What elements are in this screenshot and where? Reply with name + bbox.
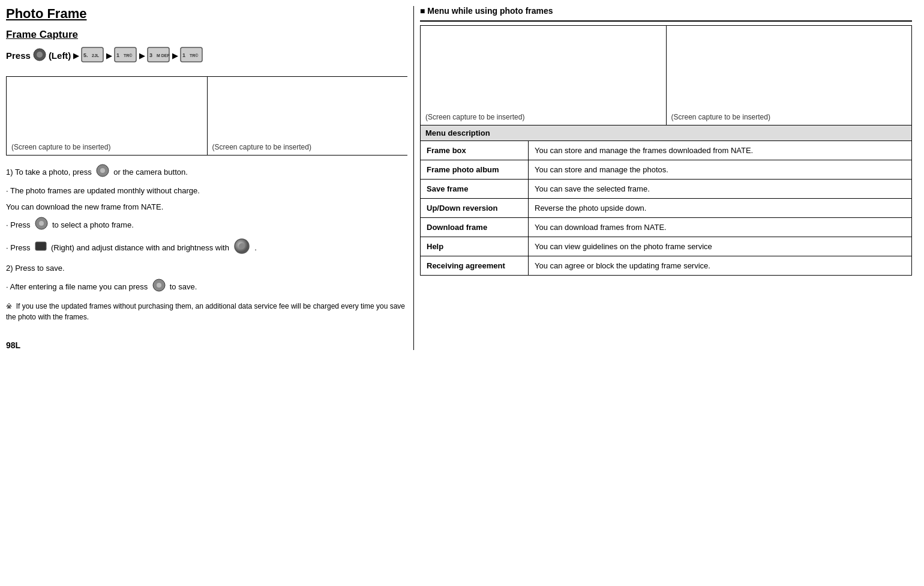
svg-text:M DEF: M DEF [157,53,170,58]
page-number: 98L [6,340,407,350]
table-row: Receiving agreement You can agree or blo… [421,256,912,276]
menu-description-header: Menu description [421,125,912,141]
menu-table-header: Menu description [421,125,912,141]
svg-text:3: 3 [149,52,152,58]
svg-point-15 [100,168,105,173]
left-label: (Left) [49,50,71,61]
page-title: Photo Frame [6,6,407,22]
device-btn-4: 1 TR© [180,47,203,64]
menu-item-desc-0: You can store and manage the frames down… [529,141,912,160]
left-screen-row: (Screen capture to be inserted) (Screen … [6,76,407,156]
instruction-2b: You can download the new frame from NATE… [6,201,407,214]
left-screen-2: (Screen capture to be inserted) [208,77,408,155]
menu-item-desc-2: You can save the selected frame. [529,180,912,199]
select-circle-btn [35,217,48,234]
svg-point-17 [39,221,44,226]
svg-rect-18 [35,242,46,250]
svg-text:1: 1 [116,52,119,58]
menu-item-name-3: Up/Down reversion [421,199,529,218]
right-screen-1: (Screen capture to be inserted) [421,26,667,125]
svg-point-1 [37,52,43,58]
device-btn-2: 1 TR© [114,47,137,64]
table-row: Help You can view guidelines on the phot… [421,237,912,256]
svg-text:1: 1 [182,52,185,58]
arrow-right-1: ▶ [73,52,79,60]
menu-table: Menu description Frame box You can store… [420,125,912,276]
menu-item-desc-4: You can download frames from NATE. [529,218,912,237]
svg-point-22 [157,283,161,288]
menu-item-name-4: Download frame [421,218,529,237]
menu-item-desc-1: You can store and manage the photos. [529,160,912,180]
device-btn-3: 3 M DEF [147,47,170,64]
circle-button-icon [33,48,46,63]
instruction-1: 1) To take a photo, press or the camera … [6,164,407,181]
left-column: Photo Frame Frame Capture Press (Left) ▶… [6,6,414,350]
camera-circle-btn [96,164,109,181]
svg-text:5.: 5. [83,52,88,58]
left-screen-1: (Screen capture to be inserted) [7,77,208,155]
table-row: Frame photo album You can store and mana… [421,160,912,180]
right-screen-row: (Screen capture to be inserted) (Screen … [420,25,912,125]
table-row: Save frame You can save the selected fra… [421,180,912,199]
nav-large-btn [233,238,250,259]
menu-item-desc-5: You can view guidelines on the photo fra… [529,237,912,256]
frame-capture-title: Frame Capture [6,29,407,41]
table-row: Frame box You can store and manage the f… [421,141,912,160]
rect-right-btn [35,241,47,255]
instruction-3: · Press to select a photo frame. [6,217,407,234]
top-divider [420,20,912,22]
menu-item-name-5: Help [421,237,529,256]
menu-item-name-0: Frame box [421,141,529,160]
menu-item-name-2: Save frame [421,180,529,199]
right-screen-2: (Screen capture to be inserted) [667,26,912,125]
menu-item-desc-6: You can agree or block the updating fram… [529,256,912,276]
press-instruction-line: Press (Left) ▶ 5. 2JL ▶ [6,47,407,64]
save-circle-btn [152,279,166,296]
table-row: Up/Down reversion Reverse the photo upsi… [421,199,912,218]
press-label: Press [6,50,31,61]
arrow-right-3: ▶ [139,52,145,60]
instructions-block: 1) To take a photo, press or the camera … [6,164,407,322]
instruction-6: · After entering a file name you can pre… [6,279,407,296]
notice-text: ※ If you use the updated frames without … [6,301,407,322]
svg-text:TR©: TR© [190,53,199,58]
instruction-4: · Press (Right) and adjust distance with… [6,238,407,259]
table-row: Download frame You can download frames f… [421,218,912,237]
menu-item-name-6: Receiving agreement [421,256,529,276]
svg-text:TR©: TR© [124,53,133,58]
instruction-5: 2) Press to save. [6,262,407,275]
svg-text:2JL: 2JL [92,53,100,58]
svg-point-20 [239,243,245,249]
menu-item-desc-3: Reverse the photo upside down. [529,199,912,218]
right-column: Menu while using photo frames (Screen ca… [414,6,912,350]
arrow-right-2: ▶ [106,52,112,60]
device-btn-1: 5. 2JL [81,47,104,64]
menu-item-name-1: Frame photo album [421,160,529,180]
arrow-right-4: ▶ [172,52,178,60]
menu-section-title: Menu while using photo frames [420,6,912,16]
instruction-2a: · The photo frames are updated monthly w… [6,185,407,198]
